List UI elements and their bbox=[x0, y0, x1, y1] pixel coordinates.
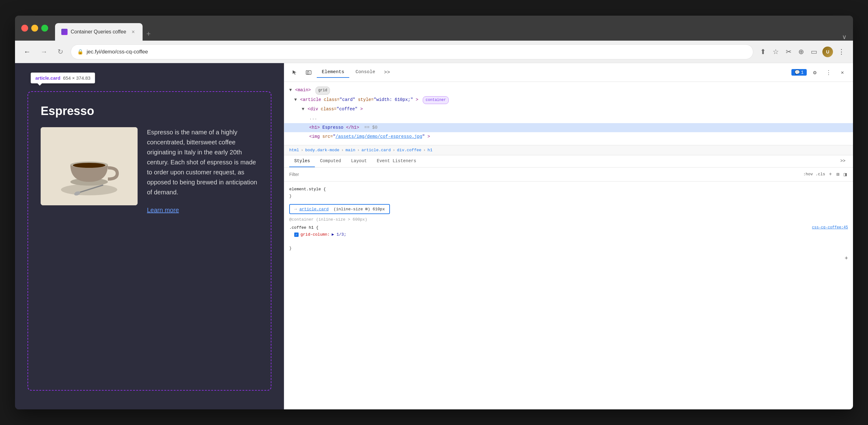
tooltip-size: 654 × 374.83 bbox=[62, 75, 90, 80]
active-tab[interactable]: Container Queries coffee × bbox=[55, 23, 143, 41]
filter-icons: + ⊞ ◨ bbox=[828, 170, 848, 179]
espresso-title: Espresso bbox=[41, 104, 258, 118]
breadcrumb-html[interactable]: html bbox=[289, 148, 299, 153]
minimize-traffic-light[interactable] bbox=[31, 25, 38, 32]
styles-more-tabs[interactable]: >> bbox=[838, 155, 848, 167]
coffee-h1-rule: .coffee h1 { css-cq-coffee:45 ✓ grid-col… bbox=[284, 223, 853, 254]
title-bar: Container Queries coffee × + ∨ bbox=[15, 15, 853, 41]
expand-arrow-article: ▼ bbox=[294, 97, 297, 102]
add-style-rule-icon[interactable]: + bbox=[828, 170, 833, 178]
cut-icon[interactable]: ✂ bbox=[784, 46, 793, 58]
cq-condition: (inline-size ⊞) 610px bbox=[331, 206, 385, 211]
tab-computed[interactable]: Computed bbox=[315, 155, 346, 167]
dom-tree: ▼ <main> grid ▼ <article class="card" st… bbox=[284, 82, 853, 145]
tab-bar: Container Queries coffee × + ∨ bbox=[55, 15, 847, 41]
forward-button[interactable]: → bbox=[38, 45, 50, 59]
breadcrumb-main[interactable]: main bbox=[345, 148, 355, 153]
breadcrumb-body[interactable]: body.dark-mode bbox=[305, 148, 339, 153]
devtools-panel: Elements Console >> 💬 1 ⚙ ⋮ ✕ bbox=[284, 63, 853, 410]
cq-highlight-box[interactable]: → article.card (inline-size ⊞) 610px bbox=[289, 204, 390, 214]
more-options-icon[interactable]: ⋮ bbox=[836, 46, 847, 58]
tab-styles[interactable]: Styles bbox=[289, 155, 315, 167]
address-bar[interactable]: 🔒 jec.fyi/demo/css-cq-coffee bbox=[71, 44, 753, 59]
url-text: jec.fyi/demo/css-cq-coffee bbox=[87, 49, 747, 55]
grid-badge[interactable]: grid bbox=[315, 87, 330, 95]
tab-layout[interactable]: Layout bbox=[346, 155, 372, 167]
user-avatar[interactable]: U bbox=[823, 46, 833, 57]
filter-pseudo-button[interactable]: :hov bbox=[803, 172, 813, 176]
add-css-rule-button[interactable]: + bbox=[844, 255, 848, 262]
tab-event-listeners[interactable]: Event Listeners bbox=[372, 155, 421, 167]
css-rules: element.style { } → article.card (inline… bbox=[284, 182, 853, 410]
traffic-lights bbox=[21, 25, 48, 32]
breadcrumb-h1[interactable]: h1 bbox=[428, 148, 432, 153]
maximize-traffic-light[interactable] bbox=[41, 25, 48, 32]
dom-line-main[interactable]: ▼ <main> grid bbox=[284, 86, 853, 95]
sidebar-icon[interactable]: ▭ bbox=[809, 46, 819, 58]
tooltip-tag: article.card bbox=[35, 75, 60, 80]
dom-line-ellipsis[interactable]: ... bbox=[284, 114, 853, 123]
container-badge[interactable]: container bbox=[423, 96, 449, 104]
card-container: Espresso bbox=[28, 91, 271, 391]
notification-icon: 💬 bbox=[795, 70, 800, 75]
notification-badge[interactable]: 💬 1 bbox=[792, 69, 807, 76]
dom-line-img[interactable]: <img src="/assets/img/demo/cof-espresso.… bbox=[284, 132, 853, 141]
dom-line-article[interactable]: ▼ <article class="card" style="width: 61… bbox=[284, 95, 853, 105]
share-icon[interactable]: ⬆ bbox=[758, 46, 768, 58]
new-tab-button[interactable]: + bbox=[144, 27, 153, 41]
breadcrumb-div[interactable]: div.coffee bbox=[397, 148, 422, 153]
devtools-tabs: Elements Console >> bbox=[317, 67, 789, 78]
expand-arrow-main: ▼ bbox=[289, 88, 292, 93]
cq-article-card-link[interactable]: article.card bbox=[299, 207, 329, 211]
devtools-close-icon[interactable]: ✕ bbox=[837, 67, 848, 78]
notification-count: 1 bbox=[801, 70, 804, 75]
css-source-link[interactable]: css-cq-coffee:45 bbox=[812, 224, 848, 231]
tab-console[interactable]: Console bbox=[350, 67, 380, 78]
espresso-description: Espresso is the name of a highly concent… bbox=[147, 127, 258, 197]
cursor-inspect-button[interactable] bbox=[289, 67, 301, 78]
espresso-card: Espresso bbox=[41, 104, 258, 214]
nav-actions: ⬆ ☆ ✂ ⊕ ▭ U ⋮ bbox=[758, 46, 847, 58]
extensions-icon[interactable]: ⊕ bbox=[796, 46, 806, 58]
svg-rect-7 bbox=[306, 71, 311, 74]
reload-button[interactable]: ↻ bbox=[55, 45, 66, 59]
property-checkbox[interactable]: ✓ bbox=[294, 232, 299, 237]
tab-title: Container Queries coffee bbox=[71, 29, 127, 35]
devtools-settings-icon[interactable]: ⚙ bbox=[809, 67, 820, 78]
browser-viewport: article.card 654 × 374.83 Espresso bbox=[15, 63, 284, 410]
close-traffic-light[interactable] bbox=[21, 25, 28, 32]
cq-arrow-icon: → bbox=[294, 206, 297, 211]
tab-elements[interactable]: Elements bbox=[317, 67, 349, 78]
devtools-toolbar: Elements Console >> 💬 1 ⚙ ⋮ ✕ bbox=[284, 63, 853, 82]
coffee-image bbox=[41, 127, 137, 205]
add-rule-row: + bbox=[284, 254, 853, 263]
breadcrumb-article[interactable]: article.card bbox=[362, 148, 391, 153]
tab-close-button[interactable]: × bbox=[130, 29, 136, 35]
toggle-styles-icon[interactable]: ◨ bbox=[842, 170, 848, 179]
devtools-settings-group: ⚙ ⋮ ✕ bbox=[809, 67, 848, 78]
card-body: Espresso is the name of a highly concent… bbox=[41, 127, 258, 214]
tab-expand-icon: ∨ bbox=[842, 33, 847, 41]
svg-point-4 bbox=[73, 163, 105, 168]
copy-styles-icon[interactable]: ⊞ bbox=[835, 170, 841, 179]
devtools-more-tabs[interactable]: >> bbox=[381, 68, 393, 76]
styles-panel: Styles Computed Layout Event Listeners >… bbox=[284, 155, 853, 410]
back-button[interactable]: ← bbox=[21, 45, 33, 59]
elements-panel: ▼ <main> grid ▼ <article class="card" st… bbox=[284, 82, 853, 410]
at-container-rule: @container (inline-size > 600px) bbox=[284, 217, 853, 223]
devtools-more-icon[interactable]: ⋮ bbox=[823, 67, 834, 78]
browser-window: Container Queries coffee × + ∨ ← → ↻ 🔒 j… bbox=[15, 15, 853, 410]
filter-cls-button[interactable]: .cls bbox=[815, 172, 825, 176]
bookmark-icon[interactable]: ☆ bbox=[771, 46, 781, 58]
expand-arrow-div: ▼ bbox=[302, 106, 304, 111]
container-query-rule: → article.card (inline-size ⊞) 610px bbox=[284, 203, 853, 215]
styles-tabs: Styles Computed Layout Event Listeners >… bbox=[284, 155, 853, 167]
dom-line-div-coffee[interactable]: ▼ <div class="coffee" > bbox=[284, 105, 853, 114]
learn-more-link[interactable]: Learn more bbox=[147, 206, 258, 214]
tab-favicon bbox=[61, 29, 67, 35]
filter-input[interactable] bbox=[289, 172, 801, 177]
device-toggle-button[interactable] bbox=[303, 67, 314, 78]
filter-bar: :hov .cls + ⊞ ◨ bbox=[284, 167, 853, 182]
dom-line-h1[interactable]: <h1> Espresso </h1> == $0 bbox=[284, 123, 853, 132]
element-style-rule: element.style { } bbox=[284, 184, 853, 202]
